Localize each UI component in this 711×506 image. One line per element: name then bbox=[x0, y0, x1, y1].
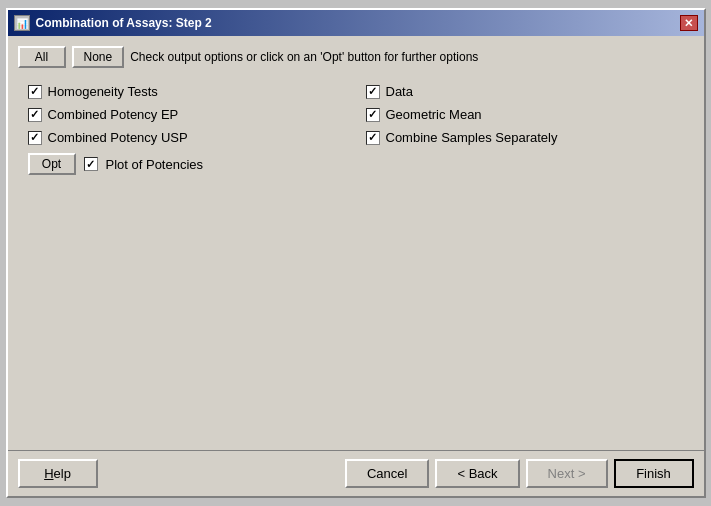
checkbox-combined-usp: Combined Potency USP bbox=[28, 130, 346, 145]
footer-right: Cancel < Back Next > Finish bbox=[345, 459, 694, 488]
close-button[interactable]: ✕ bbox=[680, 15, 698, 31]
next-button: Next > bbox=[526, 459, 608, 488]
instruction-text: Check output options or click on an 'Opt… bbox=[130, 50, 693, 64]
right-column: Data Geometric Mean Combine Samples Sepa… bbox=[366, 84, 684, 254]
title-bar-left: 📊 Combination of Assays: Step 2 bbox=[14, 15, 212, 31]
checkbox-combine-samples: Combine Samples Separately bbox=[366, 130, 684, 145]
opt-row: Opt Plot of Potencies bbox=[28, 153, 346, 175]
main-window: 📊 Combination of Assays: Step 2 ✕ All No… bbox=[6, 8, 706, 498]
window-title: Combination of Assays: Step 2 bbox=[36, 16, 212, 30]
geometric-mean-label: Geometric Mean bbox=[386, 107, 482, 122]
opt-button[interactable]: Opt bbox=[28, 153, 76, 175]
help-button[interactable]: Help bbox=[18, 459, 98, 488]
all-button[interactable]: All bbox=[18, 46, 66, 68]
finish-button[interactable]: Finish bbox=[614, 459, 694, 488]
checkbox-combined-ep: Combined Potency EP bbox=[28, 107, 346, 122]
combined-ep-label: Combined Potency EP bbox=[48, 107, 179, 122]
title-bar: 📊 Combination of Assays: Step 2 ✕ bbox=[8, 10, 704, 36]
plot-potencies-label: Plot of Potencies bbox=[106, 157, 204, 172]
window-icon: 📊 bbox=[14, 15, 30, 31]
combine-samples-checkbox[interactable] bbox=[366, 131, 380, 145]
back-button[interactable]: < Back bbox=[435, 459, 519, 488]
checkboxes-area: Homogeneity Tests Combined Potency EP Co… bbox=[18, 78, 694, 260]
data-label: Data bbox=[386, 84, 413, 99]
cancel-button[interactable]: Cancel bbox=[345, 459, 429, 488]
homogeneity-checkbox[interactable] bbox=[28, 85, 42, 99]
left-column: Homogeneity Tests Combined Potency EP Co… bbox=[28, 84, 346, 254]
content-area: All None Check output options or click o… bbox=[8, 36, 704, 450]
checkbox-geometric-mean: Geometric Mean bbox=[366, 107, 684, 122]
footer: Help Cancel < Back Next > Finish bbox=[8, 450, 704, 496]
geometric-mean-checkbox[interactable] bbox=[366, 108, 380, 122]
top-bar: All None Check output options or click o… bbox=[18, 46, 694, 68]
combined-ep-checkbox[interactable] bbox=[28, 108, 42, 122]
combine-samples-label: Combine Samples Separately bbox=[386, 130, 558, 145]
homogeneity-label: Homogeneity Tests bbox=[48, 84, 158, 99]
checkbox-homogeneity: Homogeneity Tests bbox=[28, 84, 346, 99]
none-button[interactable]: None bbox=[72, 46, 125, 68]
data-checkbox[interactable] bbox=[366, 85, 380, 99]
combined-usp-checkbox[interactable] bbox=[28, 131, 42, 145]
plot-potencies-checkbox[interactable] bbox=[84, 157, 98, 171]
spacer bbox=[18, 270, 694, 440]
footer-left: Help bbox=[18, 459, 98, 488]
checkbox-data: Data bbox=[366, 84, 684, 99]
combined-usp-label: Combined Potency USP bbox=[48, 130, 188, 145]
